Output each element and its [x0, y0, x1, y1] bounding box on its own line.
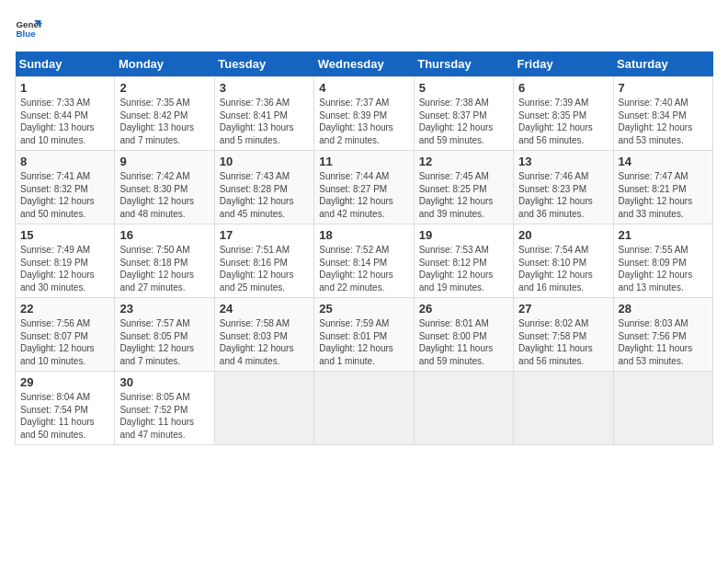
day-number: 21 — [619, 228, 708, 242]
day-number: 30 — [119, 375, 209, 389]
calendar-cell: 24Sunrise: 7:58 AM Sunset: 8:03 PM Dayli… — [214, 298, 313, 372]
day-number: 4 — [319, 81, 408, 95]
calendar-table: SundayMondayTuesdayWednesdayThursdayFrid… — [15, 52, 713, 445]
day-number: 10 — [220, 155, 309, 168]
calendar-header-row: SundayMondayTuesdayWednesdayThursdayFrid… — [16, 52, 713, 77]
day-info: Sunrise: 8:03 AM Sunset: 7:56 PM Dayligh… — [619, 317, 708, 367]
logo-icon: General Blue — [15, 15, 42, 42]
calendar-cell: 2Sunrise: 7:35 AM Sunset: 8:42 PM Daylig… — [115, 77, 214, 151]
day-number: 18 — [319, 228, 408, 242]
day-info: Sunrise: 7:58 AM Sunset: 8:03 PM Dayligh… — [220, 317, 309, 367]
day-number: 14 — [619, 155, 708, 168]
day-info: Sunrise: 7:39 AM Sunset: 8:35 PM Dayligh… — [518, 97, 608, 146]
calendar-cell: 21Sunrise: 7:55 AM Sunset: 8:09 PM Dayli… — [613, 224, 712, 298]
day-of-week-header: Wednesday — [314, 52, 414, 77]
day-number: 5 — [419, 81, 508, 95]
day-number: 9 — [119, 155, 209, 168]
calendar-cell: 20Sunrise: 7:54 AM Sunset: 8:10 PM Dayli… — [514, 224, 613, 298]
day-info: Sunrise: 7:43 AM Sunset: 8:28 PM Dayligh… — [220, 170, 309, 220]
day-number: 2 — [119, 81, 209, 95]
calendar-cell — [414, 372, 513, 445]
calendar-cell: 8Sunrise: 7:41 AM Sunset: 8:32 PM Daylig… — [16, 151, 115, 224]
day-number: 29 — [20, 375, 109, 389]
svg-text:Blue: Blue — [17, 29, 37, 39]
calendar-cell — [214, 372, 313, 445]
logo: General Blue — [15, 15, 42, 42]
calendar-cell: 3Sunrise: 7:36 AM Sunset: 8:41 PM Daylig… — [214, 77, 313, 151]
day-number: 1 — [20, 81, 109, 95]
day-info: Sunrise: 7:57 AM Sunset: 8:05 PM Dayligh… — [119, 317, 209, 367]
day-info: Sunrise: 7:40 AM Sunset: 8:34 PM Dayligh… — [619, 97, 708, 146]
day-of-week-header: Monday — [115, 52, 214, 77]
calendar-cell: 18Sunrise: 7:52 AM Sunset: 8:14 PM Dayli… — [314, 224, 414, 298]
day-number: 20 — [518, 228, 608, 242]
day-info: Sunrise: 7:46 AM Sunset: 8:23 PM Dayligh… — [518, 170, 608, 220]
day-info: Sunrise: 8:02 AM Sunset: 7:58 PM Dayligh… — [518, 317, 608, 367]
day-number: 25 — [319, 302, 408, 316]
calendar-cell: 19Sunrise: 7:53 AM Sunset: 8:12 PM Dayli… — [414, 224, 513, 298]
day-info: Sunrise: 7:50 AM Sunset: 8:18 PM Dayligh… — [119, 244, 209, 293]
calendar-cell: 4Sunrise: 7:37 AM Sunset: 8:39 PM Daylig… — [314, 77, 414, 151]
day-number: 6 — [518, 81, 608, 95]
calendar-body: 1Sunrise: 7:33 AM Sunset: 8:44 PM Daylig… — [16, 77, 713, 445]
calendar-week-row: 15Sunrise: 7:49 AM Sunset: 8:19 PM Dayli… — [16, 224, 713, 298]
calendar-cell: 7Sunrise: 7:40 AM Sunset: 8:34 PM Daylig… — [613, 77, 712, 151]
day-info: Sunrise: 7:54 AM Sunset: 8:10 PM Dayligh… — [518, 244, 608, 293]
day-number: 15 — [20, 228, 109, 242]
day-of-week-header: Tuesday — [214, 52, 313, 77]
day-info: Sunrise: 7:44 AM Sunset: 8:27 PM Dayligh… — [319, 170, 408, 220]
calendar-week-row: 29Sunrise: 8:04 AM Sunset: 7:54 PM Dayli… — [16, 372, 713, 445]
day-of-week-header: Sunday — [16, 52, 115, 77]
day-info: Sunrise: 7:41 AM Sunset: 8:32 PM Dayligh… — [20, 170, 109, 220]
calendar-cell: 23Sunrise: 7:57 AM Sunset: 8:05 PM Dayli… — [115, 298, 214, 372]
day-info: Sunrise: 7:38 AM Sunset: 8:37 PM Dayligh… — [419, 97, 508, 146]
calendar-cell: 14Sunrise: 7:47 AM Sunset: 8:21 PM Dayli… — [613, 151, 712, 224]
day-info: Sunrise: 7:45 AM Sunset: 8:25 PM Dayligh… — [419, 170, 508, 220]
day-info: Sunrise: 8:05 AM Sunset: 7:52 PM Dayligh… — [119, 391, 209, 441]
day-number: 23 — [119, 302, 209, 316]
day-number: 28 — [619, 302, 708, 316]
day-number: 11 — [319, 155, 408, 168]
calendar-cell: 9Sunrise: 7:42 AM Sunset: 8:30 PM Daylig… — [115, 151, 214, 224]
calendar-cell: 25Sunrise: 7:59 AM Sunset: 8:01 PM Dayli… — [314, 298, 414, 372]
day-number: 22 — [20, 302, 109, 316]
calendar-week-row: 1Sunrise: 7:33 AM Sunset: 8:44 PM Daylig… — [16, 77, 713, 151]
calendar-cell: 5Sunrise: 7:38 AM Sunset: 8:37 PM Daylig… — [414, 77, 513, 151]
day-number: 26 — [419, 302, 508, 316]
day-info: Sunrise: 7:59 AM Sunset: 8:01 PM Dayligh… — [319, 317, 408, 367]
day-number: 24 — [220, 302, 309, 316]
day-info: Sunrise: 7:47 AM Sunset: 8:21 PM Dayligh… — [619, 170, 708, 220]
day-info: Sunrise: 7:33 AM Sunset: 8:44 PM Dayligh… — [20, 97, 109, 146]
day-info: Sunrise: 7:51 AM Sunset: 8:16 PM Dayligh… — [220, 244, 309, 293]
calendar-cell — [514, 372, 613, 445]
calendar-cell — [613, 372, 712, 445]
calendar-cell: 16Sunrise: 7:50 AM Sunset: 8:18 PM Dayli… — [115, 224, 214, 298]
calendar-cell: 11Sunrise: 7:44 AM Sunset: 8:27 PM Dayli… — [314, 151, 414, 224]
day-info: Sunrise: 8:04 AM Sunset: 7:54 PM Dayligh… — [20, 391, 109, 441]
calendar-cell: 13Sunrise: 7:46 AM Sunset: 8:23 PM Dayli… — [514, 151, 613, 224]
calendar-week-row: 8Sunrise: 7:41 AM Sunset: 8:32 PM Daylig… — [16, 151, 713, 224]
day-info: Sunrise: 8:01 AM Sunset: 8:00 PM Dayligh… — [419, 317, 508, 367]
calendar-cell: 6Sunrise: 7:39 AM Sunset: 8:35 PM Daylig… — [514, 77, 613, 151]
calendar-cell: 17Sunrise: 7:51 AM Sunset: 8:16 PM Dayli… — [214, 224, 313, 298]
calendar-cell: 28Sunrise: 8:03 AM Sunset: 7:56 PM Dayli… — [613, 298, 712, 372]
page-header: General Blue — [15, 15, 713, 42]
day-info: Sunrise: 7:37 AM Sunset: 8:39 PM Dayligh… — [319, 97, 408, 146]
day-info: Sunrise: 7:53 AM Sunset: 8:12 PM Dayligh… — [419, 244, 508, 293]
day-number: 16 — [119, 228, 209, 242]
calendar-cell — [314, 372, 414, 445]
day-of-week-header: Friday — [514, 52, 613, 77]
day-info: Sunrise: 7:52 AM Sunset: 8:14 PM Dayligh… — [319, 244, 408, 293]
calendar-cell: 10Sunrise: 7:43 AM Sunset: 8:28 PM Dayli… — [214, 151, 313, 224]
day-info: Sunrise: 7:49 AM Sunset: 8:19 PM Dayligh… — [20, 244, 109, 293]
calendar-cell: 1Sunrise: 7:33 AM Sunset: 8:44 PM Daylig… — [16, 77, 115, 151]
day-info: Sunrise: 7:36 AM Sunset: 8:41 PM Dayligh… — [220, 97, 309, 146]
day-of-week-header: Thursday — [414, 52, 513, 77]
day-number: 27 — [518, 302, 608, 316]
calendar-cell: 15Sunrise: 7:49 AM Sunset: 8:19 PM Dayli… — [16, 224, 115, 298]
calendar-cell: 22Sunrise: 7:56 AM Sunset: 8:07 PM Dayli… — [16, 298, 115, 372]
day-number: 13 — [518, 155, 608, 168]
calendar-week-row: 22Sunrise: 7:56 AM Sunset: 8:07 PM Dayli… — [16, 298, 713, 372]
day-info: Sunrise: 7:56 AM Sunset: 8:07 PM Dayligh… — [20, 317, 109, 367]
day-number: 3 — [220, 81, 309, 95]
